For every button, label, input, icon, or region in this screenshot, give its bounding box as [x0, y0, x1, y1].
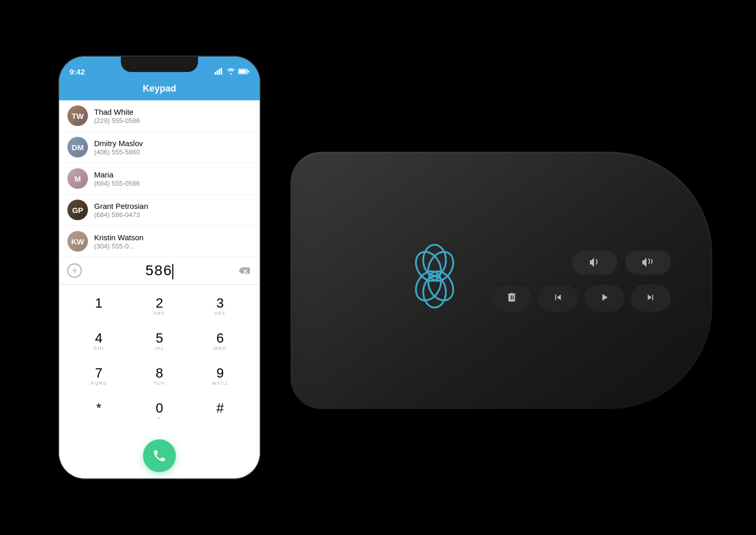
volume-down-button[interactable] [571, 249, 618, 274]
contact-info-dmitry: Dmitry Maslov (406) 555-5860 [94, 139, 251, 156]
contact-phone: (684) 555-0586 [94, 180, 251, 187]
status-time: 9:42 [69, 67, 85, 76]
contact-name: Dmitry Maslov [94, 139, 251, 148]
dial-input-row: + 586 [59, 257, 260, 285]
next-button[interactable] [630, 283, 671, 311]
key-5[interactable]: 5 JKL [130, 325, 189, 358]
delete-button[interactable] [491, 283, 532, 311]
phone-shell: 9:42 [59, 57, 260, 478]
key-0[interactable]: 0 + [130, 395, 189, 428]
add-contact-button[interactable]: + [67, 263, 82, 278]
contact-phone: (229) 555-0586 [94, 117, 251, 124]
contact-info-maria: Maria (684) 555-0586 [94, 170, 251, 187]
phone-mockup: 9:42 [59, 57, 260, 478]
contact-item-maria[interactable]: M Maria (684) 555-0586 [59, 163, 260, 194]
device-controls [491, 249, 671, 311]
key-8[interactable]: 8 TUV [130, 360, 189, 393]
app-header: Keypad [59, 79, 260, 100]
notch [121, 57, 198, 72]
svg-rect-7 [217, 70, 218, 75]
clear-input-button[interactable] [237, 263, 251, 278]
avatar-kristin: KW [67, 231, 88, 252]
prev-button[interactable] [537, 283, 579, 311]
contact-info-thad: Thad White (229) 555-0586 [94, 108, 251, 124]
contact-name: Maria [94, 170, 251, 179]
app-title: Keypad [142, 83, 176, 94]
key-star[interactable]: * [69, 395, 128, 428]
signal-icon [214, 68, 224, 76]
contact-item-thad[interactable]: TW Thad White (229) 555-0586 [59, 100, 260, 132]
key-7[interactable]: 7 PQRS [69, 360, 128, 393]
volume-controls [571, 249, 671, 274]
contact-phone: (684) 586-0473 [94, 211, 251, 219]
svg-rect-9 [221, 68, 222, 75]
status-icons [214, 68, 249, 76]
screen: 9:42 [59, 57, 260, 478]
keypad-grid: 1 2 ABC 3 DEF 4 GHI [69, 290, 249, 428]
key-2[interactable]: 2 ABC [130, 290, 189, 323]
contact-name: Grant Petrosian [94, 202, 251, 210]
key-3[interactable]: 3 DEF [191, 290, 249, 323]
contact-item-kristin[interactable]: KW Kristin Watson (304) 555-0... [59, 226, 260, 257]
contact-list: TW Thad White (229) 555-0586 DM Dmitry M… [59, 100, 260, 257]
call-button-wrap [59, 433, 260, 478]
keypad: 1 2 ABC 3 DEF 4 GHI [59, 285, 260, 433]
contact-info-grant: Grant Petrosian (684) 586-0473 [94, 202, 251, 219]
ooma-logo [393, 240, 476, 314]
key-6[interactable]: 6 MNO [191, 325, 249, 358]
contact-phone: (406) 555-5860 [94, 148, 251, 156]
key-4[interactable]: 4 GHI [69, 325, 128, 358]
contact-info-kristin: Kristin Watson (304) 555-0... [94, 233, 251, 250]
contact-name: Thad White [94, 108, 251, 116]
scene: 9:42 [44, 36, 712, 499]
dial-cursor [172, 264, 173, 279]
avatar-thad: TW [67, 105, 88, 126]
wifi-icon [227, 68, 235, 76]
avatar-grant: GP [67, 200, 88, 220]
key-hash[interactable]: # [191, 395, 249, 428]
key-1[interactable]: 1 [69, 290, 128, 323]
dial-number-display: 586 [87, 262, 232, 279]
key-9[interactable]: 9 WXYZ [191, 360, 249, 393]
avatar-dmitry: DM [67, 137, 88, 157]
media-controls [491, 283, 671, 311]
play-button[interactable] [584, 283, 625, 311]
contact-phone: (304) 555-0... [94, 242, 251, 250]
svg-rect-11 [239, 70, 246, 73]
call-button[interactable] [143, 439, 176, 472]
volume-up-button[interactable] [625, 249, 671, 274]
contact-name: Kristin Watson [94, 233, 251, 242]
contact-item-grant[interactable]: GP Grant Petrosian (684) 586-0473 [59, 194, 260, 226]
svg-rect-8 [219, 69, 220, 75]
ooma-device [291, 152, 712, 409]
contact-item-dmitry[interactable]: DM Dmitry Maslov (406) 555-5860 [59, 132, 260, 163]
battery-icon [238, 68, 249, 76]
svg-rect-6 [214, 72, 216, 75]
avatar-maria: M [67, 168, 88, 189]
svg-rect-12 [248, 70, 249, 73]
